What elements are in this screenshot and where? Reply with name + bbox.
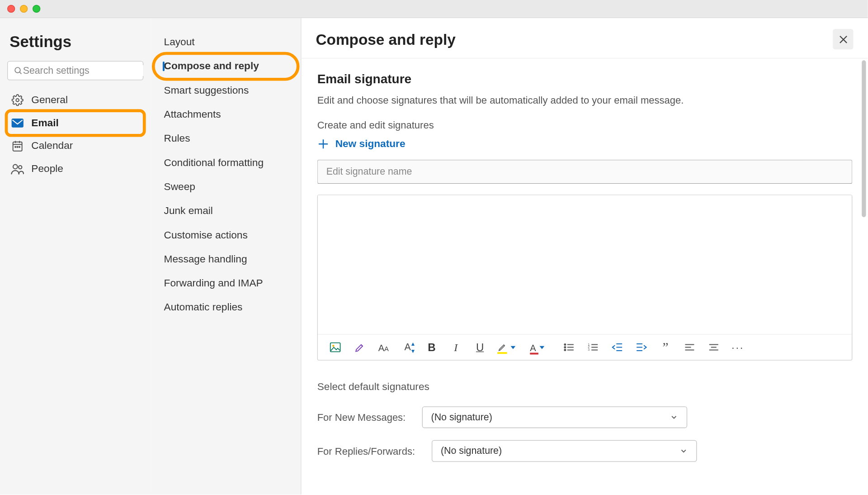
new-signature-button[interactable]: New signature xyxy=(317,138,852,150)
align-center-icon[interactable] xyxy=(707,341,720,354)
primary-nav: GeneralEmailCalendarPeople xyxy=(7,89,143,181)
new-messages-label: For New Messages: xyxy=(317,412,413,423)
sidebar-item-calendar[interactable]: Calendar xyxy=(7,134,143,157)
gear-icon xyxy=(11,94,24,107)
section-item-junk-email[interactable]: Junk email xyxy=(151,199,301,223)
settings-sidebar: Settings GeneralEmailCalendarPeople xyxy=(0,18,151,495)
replies-select[interactable]: (No signature) xyxy=(431,440,697,462)
section-item-sweep[interactable]: Sweep xyxy=(151,175,301,199)
section-item-rules[interactable]: Rules xyxy=(151,127,301,151)
sidebar-item-label: People xyxy=(31,163,63,175)
section-item-forwarding-and-imap[interactable]: Forwarding and IMAP xyxy=(151,271,301,295)
svg-point-21 xyxy=(564,347,566,348)
bullet-list-icon[interactable] xyxy=(562,341,576,354)
sidebar-item-label: Email xyxy=(31,117,58,129)
align-left-icon[interactable] xyxy=(683,341,696,354)
svg-point-2 xyxy=(16,99,19,102)
section-help: Edit and choose signatures that will be … xyxy=(317,95,852,106)
mail-icon xyxy=(11,116,24,129)
section-item-message-handling[interactable]: Message handling xyxy=(151,248,301,271)
new-signature-label: New signature xyxy=(335,138,405,150)
svg-rect-17 xyxy=(330,343,340,352)
svg-point-12 xyxy=(19,166,22,169)
replies-label: For Replies/Forwards: xyxy=(317,445,423,457)
underline-icon[interactable]: U xyxy=(473,341,486,354)
section-title: Email signature xyxy=(317,72,852,86)
calendar-icon xyxy=(11,139,24,152)
editor-toolbar: AAA▲▼BIUA123”··· xyxy=(317,334,851,360)
section-item-customise-actions[interactable]: Customise actions xyxy=(151,223,301,247)
font-color-icon[interactable]: A xyxy=(530,341,552,354)
search-icon xyxy=(14,66,23,75)
svg-point-9 xyxy=(17,147,18,148)
svg-point-18 xyxy=(332,345,334,347)
text-highlight-color-icon[interactable] xyxy=(497,341,519,354)
settings-content: Compose and reply Email signature Edit a… xyxy=(302,18,868,495)
image-icon[interactable] xyxy=(328,341,341,354)
more-icon[interactable]: ··· xyxy=(731,341,744,354)
sidebar-item-email[interactable]: Email xyxy=(7,112,143,135)
italic-icon[interactable]: I xyxy=(449,341,462,354)
people-icon xyxy=(11,162,24,176)
chevron-down-icon xyxy=(679,447,688,456)
highlighter-icon[interactable] xyxy=(353,341,366,354)
settings-section-list: LayoutCompose and replySmart suggestions… xyxy=(151,18,301,495)
svg-point-23 xyxy=(564,349,566,351)
chevron-down-icon xyxy=(670,413,678,422)
secondary-nav: LayoutCompose and replySmart suggestions… xyxy=(151,30,301,320)
number-list-icon[interactable]: 123 xyxy=(586,341,599,354)
section-item-compose-and-reply[interactable]: Compose and reply xyxy=(154,54,297,78)
search-input[interactable] xyxy=(23,65,144,76)
defaults-title: Select default signatures xyxy=(317,381,852,393)
svg-point-8 xyxy=(15,147,16,148)
new-messages-value: (No signature) xyxy=(431,412,492,423)
page-title: Compose and reply xyxy=(316,30,455,48)
settings-heading: Settings xyxy=(9,33,143,51)
section-item-automatic-replies[interactable]: Automatic replies xyxy=(151,295,301,319)
svg-point-11 xyxy=(13,165,18,169)
section-subhead: Create and edit signatures xyxy=(317,119,852,131)
section-item-smart-suggestions[interactable]: Smart suggestions xyxy=(151,78,301,102)
content-scrollbar[interactable] xyxy=(862,60,866,217)
signature-body-input[interactable] xyxy=(317,195,851,334)
search-input-wrap[interactable] xyxy=(7,61,143,81)
close-icon xyxy=(838,34,849,44)
window-minimize-icon[interactable] xyxy=(20,5,28,13)
svg-point-10 xyxy=(19,147,20,148)
svg-text:3: 3 xyxy=(588,348,590,352)
sidebar-item-general[interactable]: General xyxy=(7,89,143,112)
bold-icon[interactable]: B xyxy=(425,341,438,354)
font-family-icon[interactable]: AA xyxy=(377,341,390,354)
replies-value: (No signature) xyxy=(440,446,501,457)
plus-icon xyxy=(317,138,329,150)
section-item-layout[interactable]: Layout xyxy=(151,30,301,54)
window-maximize-icon[interactable] xyxy=(33,5,40,13)
close-button[interactable] xyxy=(833,29,853,49)
svg-point-19 xyxy=(564,344,566,345)
svg-point-0 xyxy=(15,67,20,72)
signature-editor: AAA▲▼BIUA123”··· xyxy=(317,195,852,361)
section-item-conditional-formatting[interactable]: Conditional formatting xyxy=(151,151,301,175)
signature-name-input[interactable] xyxy=(317,160,852,184)
section-item-attachments[interactable]: Attachments xyxy=(151,103,301,127)
sidebar-item-label: General xyxy=(31,94,68,106)
content-header: Compose and reply xyxy=(302,18,868,58)
quote-icon[interactable]: ” xyxy=(659,341,672,354)
new-messages-select[interactable]: (No signature) xyxy=(422,406,687,428)
sidebar-item-label: Calendar xyxy=(31,140,73,152)
svg-line-1 xyxy=(19,71,21,73)
font-size-icon[interactable]: A▲▼ xyxy=(401,341,414,354)
window-close-icon[interactable] xyxy=(7,5,15,13)
outdent-icon[interactable] xyxy=(610,341,623,354)
sidebar-item-people[interactable]: People xyxy=(7,157,143,181)
indent-icon[interactable] xyxy=(635,341,648,354)
window-titlebar xyxy=(0,0,868,18)
svg-rect-3 xyxy=(12,119,23,127)
